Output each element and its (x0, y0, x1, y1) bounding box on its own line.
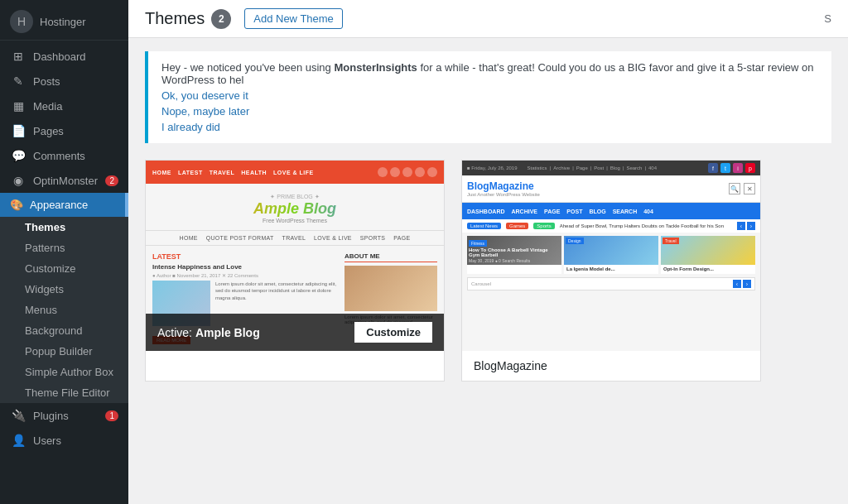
optinmonster-icon: ◉ (10, 174, 26, 187)
sidebar-sub-customize[interactable]: Customize (0, 258, 128, 279)
sidebar-item-label: Posts (33, 75, 60, 88)
search-area: S (824, 12, 831, 25)
sidebar-item-label: Appearance (30, 199, 88, 211)
sidebar-item-label: OptinMonster (33, 175, 98, 187)
dashboard-icon: ⊞ (10, 50, 26, 63)
hostinger-label: Hostinger (40, 16, 86, 28)
sidebar-item-users[interactable]: 👤 Users (0, 428, 128, 453)
sidebar-logo: H Hostinger (0, 0, 128, 41)
sidebar-item-optinmonster[interactable]: ◉ OptinMonster 2 (0, 168, 128, 193)
page-header: Themes 2 Add New Theme S (128, 0, 848, 38)
notice-link-later[interactable]: Nope, maybe later (161, 105, 818, 118)
sidebar-item-posts[interactable]: ✎ Posts (0, 69, 128, 94)
sidebar-item-label: Pages (33, 125, 64, 137)
theme-screenshot-blogmagazine: ■ Friday, July 26, 2019 Statistics | Arc… (462, 161, 760, 351)
sidebar-nav: ⊞ Dashboard ✎ Posts ▦ Media 📄 Pages 💬 Co… (0, 44, 128, 453)
sidebar: H Hostinger ⊞ Dashboard ✎ Posts ▦ Media … (0, 0, 128, 504)
add-new-theme-button[interactable]: Add New Theme (244, 8, 343, 29)
sidebar-item-dashboard[interactable]: ⊞ Dashboard (0, 44, 128, 69)
sidebar-item-label: Plugins (33, 410, 69, 422)
sidebar-sub-background[interactable]: Background (0, 320, 128, 341)
appearance-submenu: Themes Patterns Customize Widgets Menus … (0, 217, 128, 403)
customize-button[interactable]: Customize (354, 322, 432, 343)
theme-count-badge: 2 (211, 9, 231, 29)
theme-screenshot-ample-blog: HOME LATEST TRAVEL HEALTH LOVE & LIFE (146, 161, 444, 351)
sidebar-item-appearance[interactable]: 🎨 Appearance (0, 193, 128, 217)
theme-card-ample-blog[interactable]: HOME LATEST TRAVEL HEALTH LOVE & LIFE (145, 160, 445, 382)
notice-text: Hey - we noticed you've been using Monst… (161, 61, 814, 86)
optinmonster-badge: 2 (105, 175, 118, 186)
sidebar-sub-menus[interactable]: Menus (0, 300, 128, 320)
ample-nav: HOME LATEST TRAVEL HEALTH LOVE & LIFE (146, 161, 444, 184)
sidebar-item-label: Users (33, 434, 61, 447)
page-title: Themes 2 (145, 9, 231, 29)
sidebar-sub-simple-author-box[interactable]: Simple Author Box (0, 362, 128, 382)
notice-link-did[interactable]: I already did (161, 121, 818, 133)
sidebar-item-plugins[interactable]: 🔌 Plugins 1 (0, 403, 128, 428)
pages-icon: 📄 (10, 124, 26, 137)
blogmagazine-name: BlogMagazine (462, 351, 760, 381)
sidebar-sub-theme-file-editor[interactable]: Theme File Editor (0, 382, 128, 403)
sidebar-sub-themes[interactable]: Themes (0, 217, 128, 238)
theme-active-footer: Active: Ample Blog Customize (146, 314, 444, 351)
sidebar-item-comments[interactable]: 💬 Comments (0, 143, 128, 168)
sidebar-item-pages[interactable]: 📄 Pages (0, 118, 128, 143)
themes-grid: HOME LATEST TRAVEL HEALTH LOVE & LIFE (128, 143, 848, 398)
blogmagazine-preview: ■ Friday, July 26, 2019 Statistics | Arc… (462, 161, 760, 351)
sidebar-sub-patterns[interactable]: Patterns (0, 238, 128, 258)
sidebar-item-label: Comments (33, 150, 85, 162)
theme-card-blogmagazine[interactable]: ■ Friday, July 26, 2019 Statistics | Arc… (461, 160, 761, 382)
active-label: Active: Ample Blog (157, 326, 260, 339)
sidebar-item-label: Dashboard (33, 50, 86, 63)
media-icon: ▦ (10, 99, 26, 113)
sidebar-sub-widgets[interactable]: Widgets (0, 279, 128, 300)
posts-icon: ✎ (10, 74, 26, 88)
users-icon: 👤 (10, 434, 26, 447)
plugins-badge: 1 (105, 410, 118, 421)
plugins-icon: 🔌 (10, 409, 26, 422)
sidebar-item-media[interactable]: ▦ Media (0, 94, 128, 118)
notice-link-ok[interactable]: Ok, you deserve it (161, 89, 818, 102)
sidebar-sub-popup-builder[interactable]: Popup Builder (0, 341, 128, 362)
comments-icon: 💬 (10, 149, 26, 162)
monsterinsights-notice: Hey - we noticed you've been using Monst… (145, 51, 831, 143)
appearance-icon: 🎨 (10, 199, 23, 211)
sidebar-item-label: Media (33, 100, 62, 113)
main-content: Themes 2 Add New Theme S Hey - we notice… (128, 0, 848, 504)
hostinger-logo-icon: H (10, 10, 33, 33)
